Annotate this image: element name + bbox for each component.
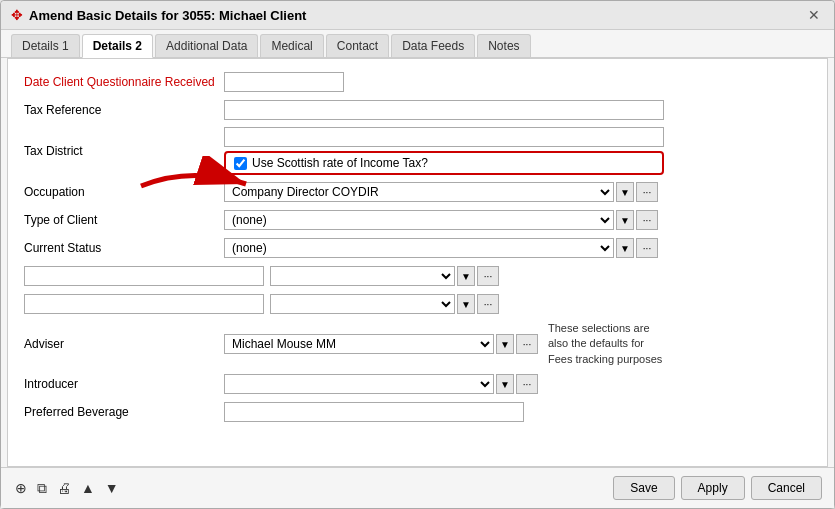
occupation-select[interactable]: Company Director COYDIR [224,182,614,202]
type-dropdown-btn[interactable]: ▼ [616,210,634,230]
introducer-ellipsis-btn[interactable]: ··· [516,374,538,394]
adviser-ellipsis-btn[interactable]: ··· [516,334,538,354]
adviser-label: Adviser [24,337,224,351]
tab-details1[interactable]: Details 1 [11,34,80,57]
tax-district-fields: Use Scottish rate of Income Tax? [224,127,664,175]
bottom-right-buttons: Save Apply Cancel [613,476,822,500]
add-button[interactable]: ⊕ [13,478,29,498]
extra-select2[interactable] [270,294,455,314]
beverage-row: Preferred Beverage [24,401,811,423]
introducer-select[interactable] [224,374,494,394]
form-content: Date Client Questionnaire Received Tax R… [7,58,828,467]
tax-ref-label: Tax Reference [24,103,224,117]
adviser-dropdown-group: Michael Mouse MM ▼ ··· [224,334,538,354]
extra-row2: ▼ ··· [24,293,811,315]
date-row: Date Client Questionnaire Received [24,71,811,93]
type-row: Type of Client (none) ▼ ··· [24,209,811,231]
scottish-tax-box: Use Scottish rate of Income Tax? [224,151,664,175]
dialog-title: Amend Basic Details for 3055: Michael Cl… [29,8,306,23]
status-dropdown-btn[interactable]: ▼ [616,238,634,258]
occupation-label: Occupation [24,185,224,199]
extra-input2[interactable] [24,294,264,314]
tab-notes[interactable]: Notes [477,34,530,57]
occupation-ellipsis-btn[interactable]: ··· [636,182,658,202]
close-button[interactable]: ✕ [804,7,824,23]
status-dropdown-group: (none) ▼ ··· [224,238,658,258]
occupation-dropdown-group: Company Director COYDIR ▼ ··· [224,182,658,202]
status-row: Current Status (none) ▼ ··· [24,237,811,259]
print-button[interactable]: 🖨 [55,478,73,498]
status-select[interactable]: (none) [224,238,614,258]
apply-button[interactable]: Apply [681,476,745,500]
adviser-info: These selections are also the defaults f… [548,321,662,367]
introducer-label: Introducer [24,377,224,391]
copy-button[interactable]: ⧉ [35,478,49,499]
type-dropdown-group: (none) ▼ ··· [224,210,658,230]
save-button[interactable]: Save [613,476,674,500]
status-ellipsis-btn[interactable]: ··· [636,238,658,258]
tab-additional[interactable]: Additional Data [155,34,258,57]
beverage-input[interactable] [224,402,524,422]
tab-contact[interactable]: Contact [326,34,389,57]
scottish-tax-label: Use Scottish rate of Income Tax? [252,156,428,170]
tax-district-row: Tax District Use Scottish rate of Income… [24,127,811,175]
introducer-dropdown-group: ▼ ··· [224,374,538,394]
status-label: Current Status [24,241,224,255]
tab-bar: Details 1 Details 2 Additional Data Medi… [1,30,834,58]
tab-details2[interactable]: Details 2 [82,34,153,58]
occupation-dropdown-btn[interactable]: ▼ [616,182,634,202]
extra-ellipsis1-btn[interactable]: ··· [477,266,499,286]
introducer-row: Introducer ▼ ··· [24,373,811,395]
tax-district-label: Tax District [24,144,224,158]
extra-dropdown1-group: ▼ ··· [270,266,499,286]
extra-dropdown2-btn[interactable]: ▼ [457,294,475,314]
adviser-dropdown-btn[interactable]: ▼ [496,334,514,354]
occupation-row: Occupation Company Director COYDIR ▼ ··· [24,181,811,203]
tax-district-input[interactable] [224,127,664,147]
extra-dropdown1-btn[interactable]: ▼ [457,266,475,286]
title-bar: ✥ Amend Basic Details for 3055: Michael … [1,1,834,30]
date-input[interactable] [224,72,344,92]
extra-ellipsis2-btn[interactable]: ··· [477,294,499,314]
dialog-icon: ✥ [11,7,23,23]
beverage-label: Preferred Beverage [24,405,224,419]
extra-dropdown2-group: ▼ ··· [270,294,499,314]
tab-datafeeds[interactable]: Data Feeds [391,34,475,57]
tax-ref-input[interactable] [224,100,664,120]
type-ellipsis-btn[interactable]: ··· [636,210,658,230]
up-button[interactable]: ▲ [79,478,97,498]
main-dialog: ✥ Amend Basic Details for 3055: Michael … [0,0,835,509]
type-select[interactable]: (none) [224,210,614,230]
type-label: Type of Client [24,213,224,227]
bottom-left-icons: ⊕ ⧉ 🖨 ▲ ▼ [13,478,121,499]
down-button[interactable]: ▼ [103,478,121,498]
cancel-button[interactable]: Cancel [751,476,822,500]
extra-select1[interactable] [270,266,455,286]
title-bar-left: ✥ Amend Basic Details for 3055: Michael … [11,7,306,23]
tax-ref-row: Tax Reference [24,99,811,121]
bottom-bar: ⊕ ⧉ 🖨 ▲ ▼ Save Apply Cancel [1,467,834,508]
tab-medical[interactable]: Medical [260,34,323,57]
introducer-dropdown-btn[interactable]: ▼ [496,374,514,394]
adviser-select[interactable]: Michael Mouse MM [224,334,494,354]
extra-row1: ▼ ··· [24,265,811,287]
date-label: Date Client Questionnaire Received [24,75,224,89]
extra-input1[interactable] [24,266,264,286]
adviser-row: Adviser Michael Mouse MM ▼ ··· These sel… [24,321,811,367]
scottish-tax-checkbox[interactable] [234,157,247,170]
